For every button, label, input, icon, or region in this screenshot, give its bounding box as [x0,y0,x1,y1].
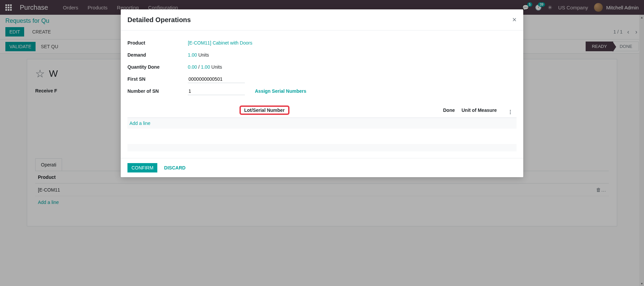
demand-unit: Units [198,52,209,58]
first-sn-label: First SN [127,76,188,82]
confirm-button[interactable]: CONFIRM [127,163,157,172]
table-options-icon[interactable] [505,106,515,114]
done-sep: / [198,64,200,70]
qty-done-label: Quantity Done [127,64,188,70]
product-label: Product [127,40,188,46]
done-qty: 0.00 [188,64,197,70]
modal-title: Detailed Operations [127,16,191,24]
lot-serial-header: Lot/Serial Number [239,105,289,115]
demand-label: Demand [127,52,188,58]
first-sn-input[interactable] [188,75,245,83]
done-unit: Units [211,64,222,70]
done-total: 1.00 [201,64,210,70]
table-footer-bar [127,144,517,151]
close-icon[interactable]: × [512,15,517,24]
assign-serial-link[interactable]: Assign Serial Numbers [255,88,306,94]
demand-qty: 1.00 [188,52,197,58]
modal-add-line-link[interactable]: Add a line [127,118,517,129]
detailed-operations-modal: Detailed Operations × Product [E-COM11] … [121,9,523,177]
done-header: Done [428,108,455,113]
num-sn-label: Number of SN [127,88,188,94]
discard-button[interactable]: DISCARD [160,163,190,172]
product-value[interactable]: [E-COM11] Cabinet with Doors [188,40,252,46]
num-sn-input[interactable] [188,87,245,95]
uom-header: Unit of Measure [455,108,505,113]
